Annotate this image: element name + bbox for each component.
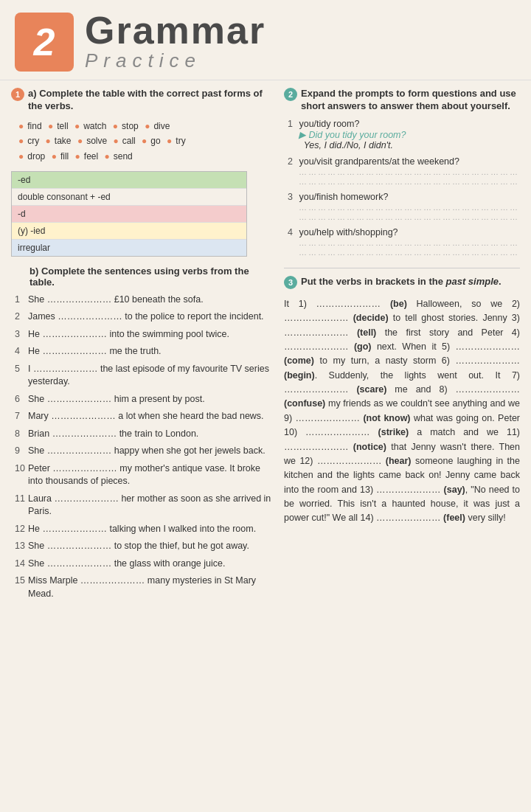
- list-item: 13She ………………… to stop the thief, but he …: [15, 540, 273, 553]
- list-item: 4 you/help with/shopping? ………………………………………: [288, 227, 520, 257]
- exercise2: 2 Expand the prompts to form questions a…: [284, 88, 520, 257]
- list-item: 3 you/finish homework? ………………………………………………: [288, 192, 520, 221]
- sentence-list: 1She ………………… £10 beneath the sofa. 2Jame…: [15, 294, 273, 601]
- table-row-irregular: irregular: [12, 240, 246, 256]
- exercise2-header: 2 Expand the prompts to form questions a…: [284, 88, 520, 113]
- main-content: 1 a) Complete the table with the correct…: [0, 80, 531, 612]
- table-row-ied: (y) -ied: [12, 223, 246, 240]
- list-item: 7Mary ………………… a lot when she heard the b…: [15, 410, 273, 423]
- list-item: 11Laura ………………… her mother as soon as sh…: [15, 493, 273, 518]
- list-item: 9She ………………… happy when she got her jewe…: [15, 445, 273, 458]
- table-row-d: -d: [12, 206, 246, 223]
- exercise3: 3 Put the verbs in brackets in the past …: [284, 276, 520, 526]
- list-item: 4He ………………… me the truth.: [15, 345, 273, 358]
- list-item: 15Miss Marple ………………… many mysteries in …: [15, 575, 273, 600]
- exercise3-title: Put the verbs in brackets in the past si…: [301, 276, 502, 287]
- list-item: 1She ………………… £10 beneath the sofa.: [15, 294, 273, 307]
- table-row-ed: -ed: [12, 172, 246, 189]
- part-b-title: b) Complete the sentences using verbs fr…: [30, 266, 273, 288]
- exercise1-part-a-title: a) Complete the table with the correct p…: [28, 88, 273, 113]
- divider: [284, 268, 520, 268]
- exercise2-title: Expand the prompts to form questions and…: [301, 88, 520, 113]
- list-item: 14She ………………… the glass with orange juic…: [15, 558, 273, 571]
- title-practice: Practice: [85, 49, 266, 72]
- title-grammar: Grammar: [85, 11, 266, 49]
- exercise1-header: 1 a) Complete the table with the correct…: [11, 88, 273, 113]
- list-item: 2James ………………… to the police to report t…: [15, 310, 273, 324]
- list-item: 3He ………………… into the swimming pool twice…: [15, 328, 273, 341]
- word-list: ●find ●tell ●watch ●stop ●dive ●cry ●tak…: [18, 119, 273, 164]
- list-item: 8Brian ………………… the train to London.: [15, 428, 273, 441]
- exercise2-label: 2: [284, 88, 297, 101]
- word-row-2: ●cry ●take ●solve ●call ●go ●try: [18, 133, 273, 148]
- table-row-double: double consonant + -ed: [12, 189, 246, 206]
- exercise1-label: 1: [11, 88, 24, 101]
- right-column: 2 Expand the prompts to form questions a…: [284, 88, 520, 605]
- list-item: 6She ………………… him a present by post.: [15, 393, 273, 406]
- question-list: 1 you/tidy room? ▶ Did you tidy your roo…: [288, 119, 520, 257]
- exercise3-passage: It 1) ………………… (be) Halloween, so we 2) ……: [284, 297, 520, 526]
- exercise3-label: 3: [284, 276, 297, 289]
- word-row-1: ●find ●tell ●watch ●stop ●dive: [18, 119, 273, 133]
- list-item: 12He ………………… talking when I walked into …: [15, 523, 273, 536]
- list-item: 1 you/tidy room? ▶ Did you tidy your roo…: [288, 119, 520, 150]
- page-header: 2 Grammar Practice: [0, 0, 531, 80]
- verb-table: -ed double consonant + -ed -d (y) -ied i…: [11, 171, 247, 257]
- left-column: 1 a) Complete the table with the correct…: [11, 88, 273, 605]
- word-row-3: ●drop ●fill ●feel ●send: [18, 149, 273, 164]
- exercise3-header: 3 Put the verbs in brackets in the past …: [284, 276, 520, 291]
- chapter-number: 2: [15, 13, 74, 72]
- title-block: Grammar Practice: [85, 11, 266, 72]
- exercise1-part-b: b) Complete the sentences using verbs fr…: [11, 266, 273, 601]
- list-item: 2 you/visit grandparents/at the weekend?…: [288, 156, 520, 186]
- list-item: 10Peter ………………… my mother's antique vase…: [15, 462, 273, 488]
- list-item: 5I ………………… the last episode of my favour…: [15, 363, 273, 389]
